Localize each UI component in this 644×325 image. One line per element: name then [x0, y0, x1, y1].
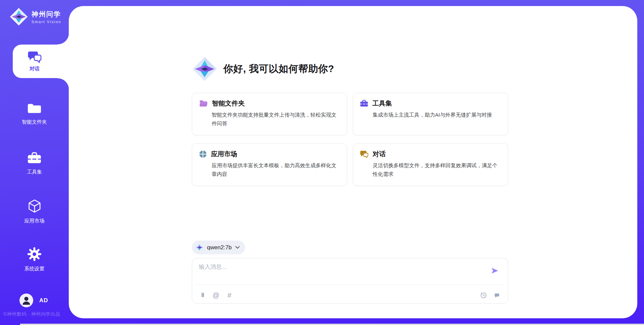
greeting-title: 你好, 我可以如何帮助你? [223, 62, 334, 76]
card-toolset[interactable]: 工具集 集成市场上主流工具，助力AI与外界无缝扩展与对接 [353, 93, 508, 135]
window-bottom-edge [20, 324, 644, 325]
card-app-market[interactable]: 应用市场 应用市场提供丰富长文本模板，助力高效生成多样化文章内容 [192, 143, 347, 186]
history-icon[interactable] [480, 291, 487, 299]
brand-subtitle: Smart Vision [32, 20, 61, 24]
user-profile[interactable]: AD [19, 294, 48, 307]
sidebar-item-label: 系统设置 [0, 266, 69, 272]
bubble-icon[interactable] [493, 291, 500, 299]
brand-name: 神州问学 [32, 10, 61, 19]
composer-divider [196, 284, 504, 285]
person-icon [19, 294, 33, 307]
card-description: 灵活切换多模型文件，支持多样回复效果调试，满足个性化需求 [373, 161, 500, 179]
sidebar-item-label: 智能文件夹 [0, 119, 69, 125]
card-title: 工具集 [372, 99, 392, 108]
card-description: 集成市场上主流工具，助力AI与外界无缝扩展与对接 [373, 111, 500, 119]
message-composer: @ # [192, 258, 508, 304]
main-panel: 你好, 我可以如何帮助你? 智能文件夹 智能文件夹功能支持批量文件上传与清洗，轻… [69, 6, 637, 318]
toolbox-icon [27, 151, 42, 165]
card-title: 智能文件夹 [212, 99, 245, 108]
brand-gem-icon [9, 7, 28, 26]
chevron-down-icon [235, 246, 240, 249]
message-input[interactable] [199, 263, 461, 282]
feature-cards: 智能文件夹 智能文件夹功能支持批量文件上传与清洗，轻松实现文件问答 工具集 集成… [192, 93, 508, 186]
avatar [19, 294, 33, 307]
copyright-text: ©神州数码 · 神州问学出品 [3, 311, 69, 317]
chat-icon [27, 51, 42, 63]
model-name: qwen2:7b [207, 244, 232, 251]
sidebar-item-label: 对话 [30, 66, 40, 72]
sidebar-item-app-market[interactable]: 应用市场 [0, 199, 69, 224]
gear-icon [27, 247, 42, 261]
card-title: 应用市场 [211, 149, 237, 158]
card-chat[interactable]: 对话 灵活切换多模型文件，支持多样回复效果调试，满足个性化需求 [353, 143, 508, 186]
send-icon[interactable] [490, 266, 499, 275]
tab-curve-bottom [58, 78, 69, 89]
toolbox-icon [360, 100, 368, 107]
card-description: 应用市场提供丰富长文本模板，助力高效生成多样化文章内容 [212, 161, 339, 179]
tab-curve-top [58, 33, 69, 45]
sidebar: 神州问学 Smart Vision 对话 智能文件夹 [0, 0, 69, 325]
folder-icon [27, 103, 42, 115]
mention-icon[interactable]: @ [212, 291, 220, 299]
grid-icon [199, 150, 207, 158]
card-smart-folder[interactable]: 智能文件夹 智能文件夹功能支持批量文件上传与清洗，轻松实现文件问答 [192, 93, 347, 135]
model-gem-icon [195, 243, 204, 252]
brand-logo: 神州问学 Smart Vision [9, 7, 61, 26]
sidebar-item-smart-folder[interactable]: 智能文件夹 [0, 103, 69, 125]
sidebar-item-settings[interactable]: 系统设置 [0, 247, 69, 272]
sidebar-item-chat[interactable]: 对话 [13, 45, 69, 78]
card-title: 对话 [373, 149, 386, 158]
sidebar-item-label: 应用市场 [0, 218, 69, 224]
folder-open-icon [199, 100, 208, 107]
assistant-gem-icon [192, 56, 217, 82]
hash-icon[interactable]: # [226, 291, 233, 299]
card-description: 智能文件夹功能支持批量文件上传与清洗，轻松实现文件问答 [212, 111, 339, 128]
sidebar-item-toolset[interactable]: 工具集 [0, 151, 69, 175]
cube-icon [27, 199, 42, 213]
attach-icon[interactable] [199, 291, 206, 299]
user-initials: AD [39, 297, 48, 304]
model-selector[interactable]: qwen2:7b [192, 241, 245, 254]
greeting-block: 你好, 我可以如何帮助你? [192, 56, 334, 82]
chat-bubbles-icon [360, 150, 369, 158]
sidebar-item-label: 工具集 [0, 169, 69, 175]
